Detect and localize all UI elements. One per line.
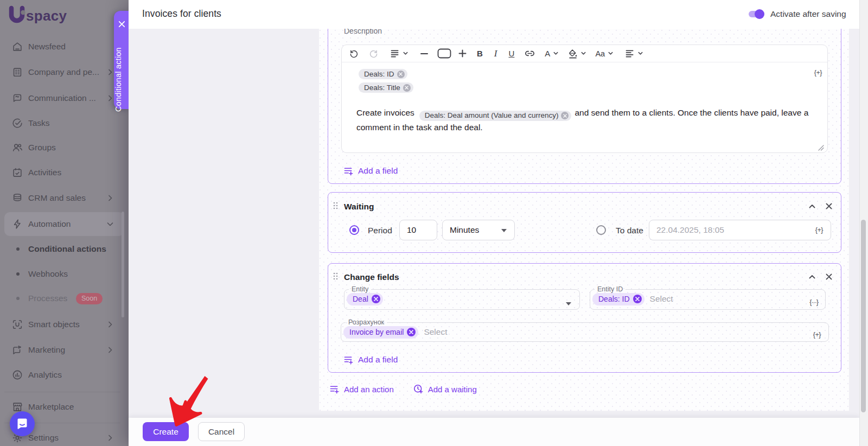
align-icon[interactable]	[626, 48, 635, 59]
paragraph-text: and send them to a clients. Once the cli…	[575, 108, 808, 117]
automation-icon	[11, 218, 23, 230]
chip-remove-icon[interactable]	[407, 328, 416, 336]
chat-launcher-button[interactable]	[10, 411, 35, 436]
plus-icon[interactable]	[458, 48, 467, 59]
chevron-down-icon[interactable]	[637, 50, 643, 56]
frame-icon[interactable]	[437, 48, 451, 59]
entity-id-field[interactable]: Entity ID Deals: ID Select {···}	[590, 286, 826, 310]
window-scrollbar-thumb[interactable]	[861, 220, 866, 412]
sidebar-item-smart-objects[interactable]: Smart objects	[0, 313, 129, 336]
sidebar-item-webhooks[interactable]: Webhooks	[0, 262, 129, 286]
horizontal-rule-icon[interactable]	[420, 48, 428, 59]
insert-token-button[interactable]: {+}	[814, 69, 822, 77]
chevron-right-icon	[106, 94, 114, 103]
chip-remove-icon[interactable]	[403, 84, 411, 92]
font-color-icon[interactable]: A	[545, 48, 550, 59]
rich-text-editor[interactable]: B I U A Aa	[341, 44, 828, 153]
marketing-icon	[11, 344, 23, 356]
italic-icon[interactable]: I	[494, 48, 497, 59]
add-field-link[interactable]: Add a field	[344, 166, 398, 176]
close-icon[interactable]	[118, 20, 126, 28]
todate-radio[interactable]	[596, 225, 606, 235]
chevron-down-icon[interactable]	[580, 50, 586, 56]
add-action-link[interactable]: Add an action	[330, 385, 394, 394]
sidebar-item-analytics[interactable]: Analytics	[0, 363, 129, 387]
sidebar-item-tasks[interactable]: Tasks	[0, 111, 129, 135]
underline-icon[interactable]: U	[509, 48, 515, 59]
chevron-down-icon[interactable]	[553, 50, 559, 56]
sidebar-item-label: Communication ...	[28, 93, 96, 103]
collapse-icon[interactable]	[808, 272, 816, 281]
calculation-field-label: Розрахунок	[346, 319, 387, 326]
add-field-label: Add a field	[358, 355, 398, 365]
resize-handle-icon[interactable]	[818, 145, 824, 151]
sidebar: spacy Newsfeed Company and pe... Communi…	[0, 0, 129, 446]
undo-icon[interactable]	[349, 48, 359, 59]
paragraph-format-icon[interactable]	[391, 48, 400, 59]
sidebar-item-company[interactable]: Company and pe...	[0, 60, 129, 84]
redo-icon[interactable]	[369, 48, 378, 59]
field-chip: Deals: ID	[359, 69, 407, 79]
playlist-add-icon	[330, 385, 339, 394]
smart-objects-icon	[11, 318, 23, 330]
app-screen: spacy Newsfeed Company and pe... Communi…	[0, 0, 868, 446]
chat-bubble-icon	[16, 417, 29, 430]
link-icon[interactable]	[525, 48, 535, 59]
entity-field[interactable]: Entity Deal	[344, 286, 580, 310]
activate-toggle-knob[interactable]	[755, 9, 764, 19]
sidebar-item-activities[interactable]: Activities	[0, 161, 129, 184]
chevron-down-icon[interactable]	[403, 50, 409, 56]
sidebar-item-label: Marketing	[28, 345, 65, 355]
uspacy-logo[interactable]: spacy	[6, 4, 114, 27]
text-style-icon[interactable]: Aa	[595, 48, 605, 59]
add-waiting-link[interactable]: Add a waiting	[413, 384, 477, 394]
field-chip: Deals: Title	[359, 82, 413, 93]
chip-remove-icon[interactable]	[633, 295, 642, 303]
chip-remove-icon[interactable]	[372, 295, 380, 303]
chip-remove-icon[interactable]	[561, 112, 569, 119]
chip-label: Deals: Title	[364, 84, 400, 92]
collapse-icon[interactable]	[808, 202, 816, 211]
chevron-right-icon	[106, 68, 114, 77]
sidebar-item-automation[interactable]: Automation	[0, 212, 129, 236]
insert-token-button[interactable]: {+}	[813, 331, 821, 339]
editor-content[interactable]: {+} Deals: ID Deals: Title Create invoic…	[342, 62, 827, 154]
period-value-input[interactable]	[399, 220, 437, 240]
drag-handle-icon[interactable]	[333, 272, 338, 280]
fill-color-icon[interactable]	[568, 48, 578, 59]
sidebar-item-conditional-actions[interactable]: Conditional actions	[0, 237, 129, 261]
drag-handle-icon[interactable]	[333, 202, 338, 209]
todate-input[interactable]	[649, 220, 831, 240]
chevron-down-icon[interactable]	[608, 50, 614, 56]
sidebar-item-groups[interactable]: Groups	[0, 136, 129, 160]
sidebar-item-newsfeed[interactable]: Newsfeed	[0, 35, 129, 59]
sidebar-scrollbar-thumb[interactable]	[122, 212, 124, 317]
sidebar-item-processes: Processes Soon	[0, 286, 129, 310]
sidebar-item-communication[interactable]: Communication ...	[0, 86, 129, 110]
add-field-link[interactable]: Add a field	[344, 355, 398, 365]
todate-label: To date	[616, 226, 643, 235]
select-caret-icon	[566, 302, 571, 305]
cancel-button[interactable]: Cancel	[198, 422, 245, 441]
sidebar-item-marketing[interactable]: Marketing	[0, 338, 129, 362]
close-icon[interactable]	[825, 202, 833, 211]
create-button[interactable]: Create	[143, 422, 189, 441]
sidebar-item-crm[interactable]: CRM and sales	[0, 186, 129, 210]
chip-label: Deals: ID	[364, 70, 394, 78]
window-scrollbar[interactable]	[859, 0, 868, 446]
bullet-icon	[16, 247, 20, 251]
block-title: Waiting	[344, 202, 374, 212]
sidebar-item-label: Activities	[28, 168, 61, 177]
close-icon[interactable]	[825, 272, 833, 281]
drawer-tab-conditional-action[interactable]: Conditional action	[114, 11, 130, 109]
insert-token-button[interactable]: {···}	[809, 298, 818, 306]
period-unit-select[interactable]: Minutes	[442, 220, 515, 240]
activities-icon	[11, 167, 23, 179]
bold-icon[interactable]: B	[477, 48, 483, 59]
chip-remove-icon[interactable]	[397, 71, 405, 78]
sidebar-item-label: CRM and sales	[28, 193, 86, 203]
calculation-field[interactable]: Розрахунок Invoice by email Select {+}	[341, 319, 829, 342]
insert-token-button[interactable]: {+}	[815, 226, 823, 234]
period-radio[interactable]	[349, 225, 359, 235]
sidebar-item-label: Processes	[28, 294, 67, 303]
